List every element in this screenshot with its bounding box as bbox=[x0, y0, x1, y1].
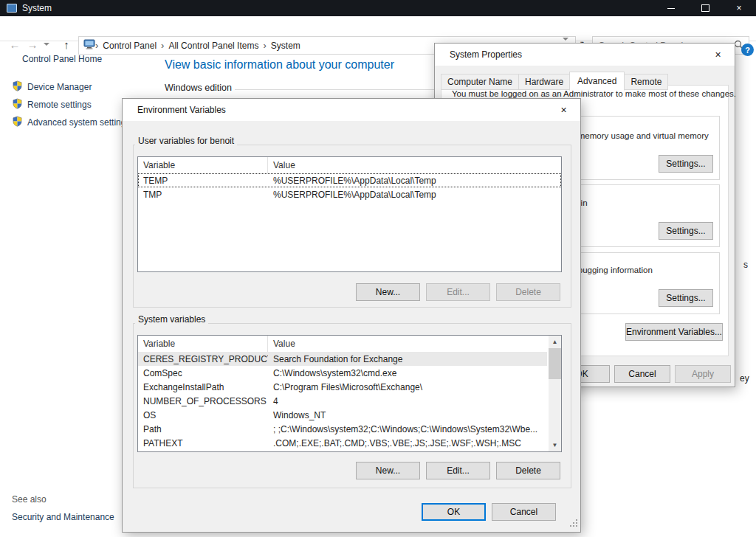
up-icon: ↑ bbox=[63, 38, 69, 51]
dialog-titlebar: System Properties × bbox=[435, 44, 735, 66]
clipped-text-fragment: s bbox=[743, 260, 748, 270]
scroll-up-button[interactable]: ▲ bbox=[549, 336, 561, 348]
help-icon: ? bbox=[745, 46, 750, 55]
tab-remote[interactable]: Remote bbox=[624, 74, 668, 90]
vertical-scrollbar[interactable]: ▲ ▼ bbox=[549, 336, 561, 451]
cancel-button[interactable]: Cancel bbox=[492, 503, 556, 521]
variable-cell: ExchangeInstallPath bbox=[138, 382, 268, 392]
scroll-down-icon: ▼ bbox=[552, 442, 558, 448]
maximize-button[interactable] bbox=[688, 0, 722, 16]
system-variables-group-label: System variables bbox=[135, 314, 208, 325]
table-row[interactable]: OS Windows_NT bbox=[138, 408, 547, 422]
breadcrumb-system[interactable]: System bbox=[267, 41, 305, 51]
table-header: Variable Value bbox=[138, 157, 561, 173]
forward-button[interactable]: → bbox=[25, 37, 40, 52]
window-controls: × bbox=[654, 0, 756, 16]
system-variables-table[interactable]: Variable Value CERES_REGISTRY_PRODUCT...… bbox=[137, 335, 562, 452]
variable-cell: Path bbox=[138, 424, 268, 434]
tab-advanced[interactable]: Advanced bbox=[569, 72, 625, 91]
window-titlebar: System × bbox=[0, 0, 756, 16]
performance-settings-button[interactable]: Settings... bbox=[659, 155, 713, 173]
close-button[interactable]: × bbox=[722, 0, 756, 16]
breadcrumb-control-panel[interactable]: Control Panel bbox=[98, 41, 161, 51]
sidebar-item-control-panel-home[interactable]: Control Panel Home bbox=[22, 54, 102, 64]
table-row[interactable]: CERES_REGISTRY_PRODUCT... Search Foundat… bbox=[138, 352, 547, 366]
dialog-titlebar: Environment Variables × bbox=[123, 99, 580, 121]
user-delete-button[interactable]: Delete bbox=[496, 283, 560, 301]
variable-cell: NUMBER_OF_PROCESSORS bbox=[138, 396, 268, 406]
sidebar-item-advanced-system-settings[interactable]: Advanced system settings bbox=[12, 116, 130, 129]
uac-shield-icon bbox=[12, 116, 23, 129]
uac-shield-icon bbox=[12, 98, 23, 111]
table-row[interactable]: TEMP %USERPROFILE%\AppData\Local\Temp bbox=[138, 173, 561, 187]
scrollbar-thumb[interactable] bbox=[549, 348, 561, 379]
cancel-button[interactable]: Cancel bbox=[614, 365, 670, 383]
performance-description-fragment: g, memory usage and virtual memory bbox=[568, 131, 709, 140]
uac-shield-icon bbox=[12, 80, 23, 94]
variable-cell: OS bbox=[138, 410, 268, 420]
column-header-value[interactable]: Value bbox=[268, 157, 561, 173]
scroll-down-button[interactable]: ▼ bbox=[549, 439, 561, 451]
user-variables-group-label: User variables for benoit bbox=[135, 136, 237, 146]
table-row[interactable]: TMP %USERPROFILE%\AppData\Local\Temp bbox=[138, 187, 561, 201]
column-header-variable[interactable]: Variable bbox=[138, 336, 268, 352]
close-icon: × bbox=[715, 49, 721, 60]
window-title: System bbox=[22, 3, 52, 13]
tab-hardware[interactable]: Hardware bbox=[518, 74, 570, 90]
close-button[interactable]: × bbox=[701, 44, 735, 66]
value-cell: %USERPROFILE%\AppData\Local\Temp bbox=[268, 176, 561, 186]
table-row[interactable]: ComSpec C:\Windows\system32\cmd.exe bbox=[138, 366, 547, 380]
windows-edition-label: Windows edition bbox=[165, 83, 232, 93]
sidebar-item-device-manager[interactable]: Device Manager bbox=[12, 80, 92, 94]
user-new-button[interactable]: New... bbox=[356, 283, 420, 301]
computer-icon bbox=[83, 39, 95, 52]
value-cell: Search Foundation for Exchange bbox=[268, 354, 547, 364]
value-cell: C:\Windows\system32\cmd.exe bbox=[268, 368, 547, 378]
system-new-button[interactable]: New... bbox=[356, 462, 420, 479]
environment-variables-button[interactable]: Environment Variables... bbox=[625, 323, 723, 341]
see-also-heading: See also bbox=[12, 494, 47, 505]
app-icon bbox=[7, 4, 17, 13]
back-icon: ← bbox=[10, 38, 21, 51]
breadcrumb-all-control-panel-items[interactable]: All Control Panel Items bbox=[164, 41, 263, 51]
table-row[interactable]: ExchangeInstallPath C:\Program Files\Mic… bbox=[138, 380, 547, 394]
up-button[interactable]: ↑ bbox=[59, 37, 74, 52]
environment-variables-dialog: Environment Variables × User variables f… bbox=[122, 98, 581, 533]
table-row[interactable]: PATHEXT .COM;.EXE;.BAT;.CMD;.VBS;.VBE;.J… bbox=[138, 436, 547, 450]
value-cell: C:\Program Files\Microsoft\Exchange\ bbox=[268, 382, 547, 392]
sidebar-item-security-and-maintenance[interactable]: Security and Maintenance bbox=[12, 512, 114, 522]
user-profiles-settings-button[interactable]: Settings... bbox=[659, 222, 713, 240]
value-cell: %USERPROFILE%\AppData\Local\Temp bbox=[268, 190, 561, 200]
value-cell: .COM;.EXE;.BAT;.CMD;.VBS;.VBE;.JS;.JSE;.… bbox=[268, 438, 547, 448]
tab-computer-name[interactable]: Computer Name bbox=[441, 74, 519, 90]
scroll-up-icon: ▲ bbox=[552, 339, 558, 345]
table-row[interactable]: Path ; ;C:\Windows\system32;C:\Windows;C… bbox=[138, 422, 547, 436]
system-edit-button[interactable]: Edit... bbox=[426, 462, 490, 479]
user-variables-table[interactable]: Variable Value TEMP %USERPROFILE%\AppDat… bbox=[137, 156, 562, 272]
value-cell: 4 bbox=[268, 396, 547, 406]
recent-pages-button[interactable] bbox=[41, 37, 52, 52]
back-button[interactable]: ← bbox=[7, 37, 22, 52]
column-header-variable[interactable]: Variable bbox=[138, 157, 268, 173]
chevron-down-icon bbox=[44, 43, 49, 46]
startup-settings-button[interactable]: Settings... bbox=[659, 289, 713, 307]
help-button[interactable]: ? bbox=[741, 44, 754, 56]
minimize-button[interactable] bbox=[654, 0, 688, 16]
ok-button[interactable]: OK bbox=[422, 503, 486, 521]
dialog-title: System Properties bbox=[450, 49, 522, 60]
system-control-panel-window: System × ← → ↑ › Control Panel › All Con… bbox=[0, 0, 756, 537]
table-row[interactable]: NUMBER_OF_PROCESSORS 4 bbox=[138, 394, 547, 408]
close-icon: × bbox=[560, 104, 566, 116]
variable-cell: TMP bbox=[138, 190, 268, 200]
column-header-value[interactable]: Value bbox=[268, 336, 547, 352]
close-button[interactable]: × bbox=[547, 99, 580, 121]
forward-icon: → bbox=[27, 38, 38, 51]
user-edit-button[interactable]: Edit... bbox=[426, 283, 490, 301]
dialog-title: Environment Variables bbox=[137, 105, 226, 115]
resize-grip[interactable] bbox=[568, 518, 578, 530]
system-delete-button[interactable]: Delete bbox=[496, 462, 560, 479]
apply-button[interactable]: Apply bbox=[675, 365, 731, 383]
tab-strip: Computer Name Hardware Advanced Remote bbox=[441, 71, 667, 90]
sidebar-item-remote-settings[interactable]: Remote settings bbox=[12, 98, 92, 111]
sidebar-item-label: Device Manager bbox=[27, 82, 92, 92]
